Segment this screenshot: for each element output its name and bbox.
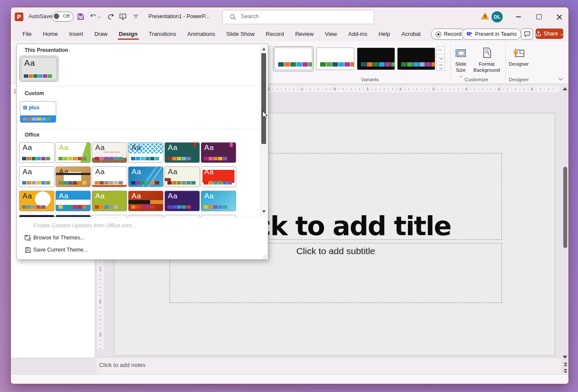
divider	[17, 129, 261, 129]
color-swatch	[145, 205, 150, 209]
theme-thumbnail-custom[interactable]: ⊞ plus	[20, 101, 56, 123]
theme-thumbnail-office[interactable]: Aa	[92, 191, 127, 211]
theme-thumbnail-office[interactable]: Aa	[92, 166, 127, 187]
vertical-scrollbar-thumb[interactable]	[563, 167, 567, 248]
tab-help[interactable]: Help	[373, 26, 396, 41]
theme-thumbnail-office[interactable]: Aa	[128, 191, 164, 211]
theme-thumbnail-office[interactable]: Aa	[19, 166, 55, 187]
resize-grip[interactable]	[263, 255, 266, 258]
tab-insert[interactable]: Insert	[64, 26, 89, 41]
theme-thumbnail-office[interactable]: Aa	[201, 142, 236, 163]
variant-thumbnail[interactable]	[274, 48, 312, 70]
slide-size-button[interactable]: Slide Size	[451, 46, 470, 77]
theme-thumbnail-office[interactable]: Aa	[19, 142, 55, 163]
tab-record[interactable]: Record	[260, 26, 289, 41]
autosave-toggle[interactable]: Off	[52, 12, 74, 22]
dropdown-scrollbar[interactable]	[260, 45, 267, 216]
start-slideshow-button[interactable]	[118, 12, 128, 21]
close-button[interactable]	[553, 12, 566, 22]
tab-slide-show[interactable]: Slide Show	[221, 26, 260, 41]
minimize-button[interactable]	[512, 12, 525, 22]
current-theme-selected[interactable]: Aa	[19, 56, 58, 82]
collapse-ribbon-button[interactable]	[557, 76, 563, 82]
ruler-tick	[552, 89, 553, 89]
notes-pane[interactable]: Click to add notes	[96, 357, 561, 375]
powerpoint-app-icon[interactable]: P	[15, 13, 23, 21]
dropdown-scroll-up-icon[interactable]	[262, 48, 266, 51]
tab-acrobat[interactable]: Acrobat	[396, 26, 427, 41]
color-swatch	[95, 205, 99, 209]
tab-draw[interactable]: Draw	[89, 26, 113, 41]
redo-button[interactable]	[106, 12, 115, 21]
menu-item-browse-themes[interactable]: Browse for Themes...	[17, 232, 268, 243]
menu-item-save-themes[interactable]: Save Current Theme...	[17, 244, 268, 255]
theme-thumbnail-office[interactable]: Aa	[19, 191, 55, 211]
ruler-tick	[548, 89, 549, 89]
color-swatch	[36, 181, 41, 185]
color-swatch	[290, 62, 296, 67]
scroll-up-button[interactable]	[563, 87, 567, 90]
dropdown-scroll-down-icon[interactable]	[262, 210, 266, 213]
ruler-tick	[100, 348, 101, 349]
warning-icon[interactable]	[481, 12, 489, 19]
color-swatch	[350, 62, 354, 67]
theme-thumbnail-office[interactable]: Aa	[201, 166, 236, 187]
theme-thumbnail-office[interactable]: Aa	[164, 142, 200, 163]
theme-thumbnail-office[interactable]: Aa	[92, 142, 127, 163]
variants-more-button[interactable]	[437, 62, 445, 71]
comments-button[interactable]	[521, 29, 533, 40]
variant-thumbnail[interactable]	[357, 48, 395, 70]
color-swatch	[41, 157, 45, 160]
share-button[interactable]: Share	[536, 29, 563, 39]
ruler-tick	[528, 89, 529, 89]
theme-thumbnail-office[interactable]: Aa	[164, 166, 200, 187]
color-swatch	[104, 157, 109, 160]
color-swatch	[41, 205, 45, 209]
theme-thumbnail-office[interactable]: Aa	[164, 191, 200, 211]
previous-slide-button[interactable]	[562, 361, 569, 367]
theme-thumbnail-office[interactable]: Aa	[201, 191, 236, 211]
variant-thumbnail[interactable]	[397, 48, 435, 70]
color-swatch	[22, 181, 26, 185]
tab-review[interactable]: Review	[289, 26, 319, 41]
present-in-teams-button[interactable]: T Present in Teams	[462, 29, 521, 40]
theme-thumbnail-current[interactable]: Aa	[21, 57, 57, 80]
color-swatch	[302, 62, 308, 67]
record-button[interactable]: Record	[431, 29, 466, 40]
customize-qat-button[interactable]	[131, 12, 141, 21]
theme-aa-label: Aa	[168, 168, 178, 176]
theme-thumbnail-office[interactable]: Aa	[55, 191, 91, 211]
theme-thumbnail-office[interactable]: Aa	[128, 142, 164, 163]
variant-thumbnail[interactable]	[316, 48, 354, 70]
tab-transitions[interactable]: Transitions	[143, 26, 182, 41]
theme-thumbnail-office[interactable]: Aa	[55, 166, 91, 187]
tab-home[interactable]: Home	[37, 26, 64, 41]
theme-color-strip	[167, 205, 191, 209]
color-swatch	[22, 157, 26, 160]
color-swatch	[308, 62, 312, 67]
search-input[interactable]	[240, 13, 367, 20]
ruler-tick	[396, 89, 397, 89]
ruler-tick	[355, 89, 356, 89]
variants-scroll-up-button[interactable]	[437, 46, 445, 54]
next-slide-button[interactable]	[562, 368, 569, 374]
tab-design[interactable]: Design	[113, 26, 143, 41]
color-swatch	[58, 205, 63, 209]
format-background-button[interactable]: Format Background	[470, 46, 503, 73]
dropdown-scrollbar-thumb[interactable]	[261, 53, 266, 144]
tab-file[interactable]: File	[17, 26, 37, 41]
undo-button[interactable]	[89, 12, 102, 21]
theme-thumbnail-office[interactable]: Aa	[128, 166, 164, 187]
scroll-down-button[interactable]	[563, 356, 567, 359]
maximize-button[interactable]	[533, 12, 546, 22]
color-swatch	[213, 205, 218, 209]
tab-add-ins[interactable]: Add-ins	[343, 26, 373, 41]
search-bar[interactable]	[222, 10, 374, 24]
variants-scroll-down-button[interactable]	[437, 54, 445, 62]
theme-thumbnail-office[interactable]: Aa	[55, 142, 91, 163]
tab-view[interactable]: View	[319, 26, 343, 41]
save-button[interactable]	[76, 12, 85, 21]
designer-button[interactable]: Designer	[507, 46, 531, 67]
tab-animations[interactable]: Animations	[182, 26, 221, 41]
avatar[interactable]: DL	[491, 11, 503, 22]
